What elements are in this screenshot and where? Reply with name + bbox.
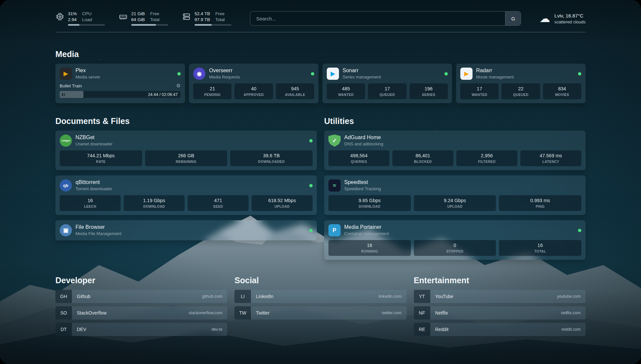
stat-value: 21	[195, 86, 230, 91]
stat-block-upload: 618.52 MbpsUPLOAD	[252, 195, 313, 211]
cloud-icon: ☁	[539, 13, 550, 24]
stat-value: 16	[500, 243, 580, 248]
cpu-icon	[55, 11, 64, 21]
bookmark-url: linkedin.com	[379, 294, 406, 299]
stat-label: SEED	[189, 204, 247, 208]
media-player-widget: Bullet Train⚙24:44 / 02:06:47	[60, 83, 181, 98]
bookmark-name: Reddit	[430, 327, 448, 332]
stat-label: PENDING	[195, 93, 230, 97]
search-provider-button[interactable]: G	[505, 12, 521, 25]
service-card-plex[interactable]: ▶PlexMedia serverBullet Train⚙24:44 / 02…	[55, 64, 185, 103]
bookmark-linkedin[interactable]: LILinkedInlinkedin.com	[234, 290, 406, 303]
radarr-icon: ▶	[460, 68, 473, 80]
resource-value: 31%	[68, 11, 77, 16]
pause-icon[interactable]	[62, 93, 65, 96]
bookmark-url: netflix.com	[561, 311, 586, 315]
stat-value: 485	[328, 86, 364, 91]
service-card-radarr[interactable]: ▶RadarrMovie management17WANTED22QUEUED8…	[456, 64, 586, 103]
stat-value: 945	[277, 86, 313, 91]
stat-label: DOWNLOADED	[231, 160, 311, 164]
resource-widget-cpu: 31%CPU2.94Load	[55, 11, 105, 26]
stat-block-wanted: 485WANTED	[327, 83, 365, 99]
service-description: Media Requests	[209, 75, 240, 80]
stat-value: 9.24 Gbps	[415, 198, 495, 203]
service-description: Torrent downloader	[76, 187, 112, 192]
stat-block-total: 16TOTAL	[499, 240, 581, 256]
service-card-speedtest[interactable]: ≈SpeedtestSpeedtest Tracking9.65 GbpsDOW…	[324, 175, 586, 215]
dashboard-screen: 31%CPU2.94Load21 GiBFree64 GiBTotal52.4 …	[0, 0, 641, 364]
stat-value: 0.993 ms	[500, 198, 580, 203]
stat-label: RATE	[61, 160, 141, 164]
bookmark-reddit[interactable]: RERedditreddit.com	[414, 323, 586, 336]
service-description: Usenet downloader	[76, 142, 112, 147]
service-card-overseerr[interactable]: ◉OverseerrMedia Requests21PENDING40APPRO…	[189, 64, 319, 103]
bookmark-abbr: GH	[55, 290, 72, 303]
bookmark-dev[interactable]: DTDEVdev.to	[55, 323, 227, 336]
resource-value: 21 GiB	[131, 11, 145, 16]
resource-label: Total	[215, 17, 231, 22]
service-card-sonarr[interactable]: ▶SonarrSeries management485WANTED17QUEUE…	[322, 64, 452, 103]
stat-block-ping: 0.993 msPING	[499, 195, 581, 211]
bookmark-abbr: RE	[414, 323, 430, 336]
bookmark-name: DEV	[72, 327, 86, 332]
topbar-divider	[55, 32, 586, 32]
service-card-adguard-home[interactable]: ✓AdGuard HomeDNS and adblocking498,564QU…	[324, 131, 586, 170]
stat-value: 744.21 Mbps	[61, 153, 141, 158]
search-bar[interactable]: G	[250, 11, 521, 26]
stat-value: 16	[61, 198, 119, 203]
settings-gear-icon[interactable]: ⚙	[176, 83, 181, 89]
stat-value: 0	[415, 243, 495, 248]
service-name: File Browser	[76, 224, 121, 230]
section-utilities: Utilities ✓AdGuard HomeDNS and adblockin…	[324, 116, 586, 260]
bookmark-url: dev.to	[211, 327, 227, 332]
bookmark-youtube[interactable]: YTYouTubeyoutube.com	[414, 290, 586, 303]
overseerr-icon: ◉	[193, 68, 205, 80]
service-description: Speedtest Tracking	[344, 187, 381, 192]
bookmark-github[interactable]: GHGithubgithub.com	[55, 290, 227, 303]
stat-value: 471	[189, 198, 247, 203]
search-input[interactable]	[250, 12, 505, 25]
bookmark-group-social: SocialLILinkedInlinkedin.comTWTwittertwi…	[234, 276, 406, 339]
icon-glyph: nzbget	[62, 139, 70, 142]
bookmark-group-entertainment: EntertainmentYTYouTubeyoutube.comNFNetfl…	[414, 276, 586, 339]
resource-progress-bar	[195, 24, 231, 26]
bookmark-abbr: LI	[234, 290, 251, 303]
stat-value: 618.52 Mbps	[253, 198, 311, 203]
icon-glyph: ▣	[63, 227, 68, 234]
bookmark-abbr: DT	[55, 323, 72, 336]
service-card-file-browser[interactable]: ▣File BrowserMedia File Management	[55, 220, 317, 240]
stat-value: 196	[411, 86, 446, 91]
service-card-nzbget[interactable]: nzbgetNZBGetUsenet downloader744.21 Mbps…	[55, 131, 317, 170]
stat-block-queued: 22QUEUED	[502, 83, 540, 99]
bookmark-name: YouTube	[430, 294, 453, 299]
service-card-media-portainer[interactable]: PMedia PortainerContainer management16RU…	[324, 220, 586, 260]
section-media: Media ▶PlexMedia serverBullet Train⚙24:4…	[55, 49, 586, 103]
stat-block-download: 1.19 GbpsDOWNLOAD	[124, 195, 185, 211]
stat-value: 834	[544, 86, 580, 91]
icon-glyph: ▶	[64, 70, 68, 77]
service-name: Radarr	[476, 68, 514, 74]
weather-location: Lviv, 16.87°C	[554, 13, 586, 18]
service-card-qbittorrent[interactable]: qbqBittorrentTorrent downloader16LEECH1.…	[55, 175, 317, 215]
bookmark-twitter[interactable]: TWTwittertwitter.com	[234, 306, 406, 319]
stat-value: 9.65 Gbps	[330, 198, 410, 203]
stat-label: BLOCKED	[394, 160, 452, 164]
bookmark-abbr: SO	[55, 306, 72, 319]
section-title-developer: Developer	[55, 276, 227, 285]
section-title-social: Social	[234, 276, 406, 285]
icon-glyph: ≈	[333, 182, 336, 189]
bookmark-stackoverflow[interactable]: SOStackOverflowstackoverflow.com	[55, 306, 227, 319]
stat-label: PING	[500, 204, 580, 208]
icon-glyph: qb	[63, 183, 69, 188]
service-description: Series management	[343, 75, 381, 80]
service-description: Container management	[344, 231, 389, 236]
stat-label: REMAINING	[146, 160, 226, 164]
stat-block-remaining: 266 GBREMAINING	[145, 150, 228, 166]
service-name: qBittorrent	[76, 179, 112, 185]
weather-widget[interactable]: ☁ Lviv, 16.87°C scattered clouds	[539, 13, 586, 24]
speedtest-icon: ≈	[328, 179, 341, 192]
bookmark-netflix[interactable]: NFNetflixnetflix.com	[414, 306, 586, 319]
portainer-icon: P	[328, 224, 341, 236]
playback-progress-bar[interactable]: 24:44 / 02:06:47	[60, 91, 181, 98]
stat-label: DOWNLOAD	[125, 204, 183, 208]
